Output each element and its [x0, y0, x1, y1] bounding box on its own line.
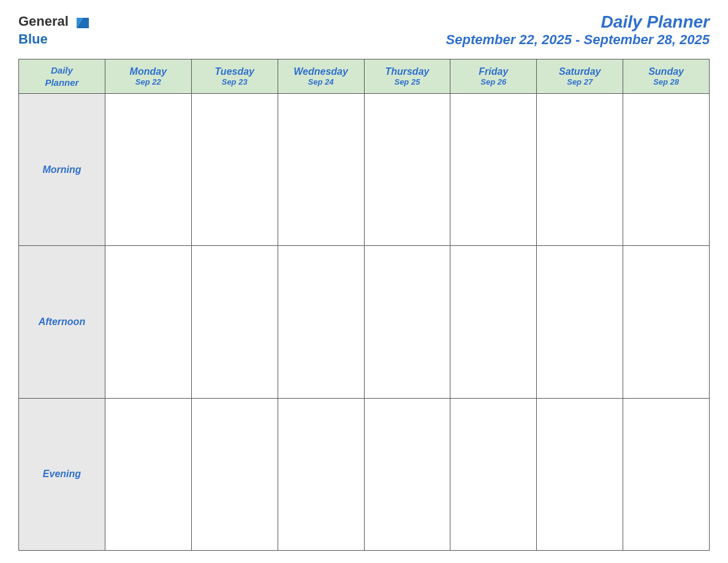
col-header-tuesday: Tuesday Sep 23: [191, 59, 278, 94]
header: General Blue Daily Planner September 22,…: [18, 12, 710, 48]
day-name-thursday: Thursday: [367, 66, 448, 77]
day-date-wednesday: Sep 24: [281, 77, 362, 86]
day-date-sunday: Sep 28: [626, 77, 707, 86]
day-name-wednesday: Wednesday: [281, 66, 362, 77]
cell-evening-friday[interactable]: [450, 398, 537, 550]
col-header-monday: Monday Sep 22: [105, 59, 191, 94]
logo-blue: Blue: [18, 31, 48, 47]
logo: General Blue: [18, 13, 93, 47]
day-date-thursday: Sep 25: [367, 77, 448, 86]
cell-afternoon-thursday[interactable]: [364, 246, 450, 398]
day-date-saturday: Sep 27: [539, 77, 620, 86]
cell-afternoon-friday[interactable]: [450, 246, 537, 398]
row-afternoon: Afternoon: [19, 246, 710, 398]
cell-morning-friday[interactable]: [450, 94, 537, 246]
col-header-sunday: Sunday Sep 28: [623, 59, 710, 94]
cell-afternoon-tuesday[interactable]: [191, 246, 278, 398]
logo-general: General: [18, 13, 69, 29]
day-name-friday: Friday: [453, 66, 534, 77]
cell-morning-wednesday[interactable]: [278, 94, 364, 246]
day-date-friday: Sep 26: [453, 77, 534, 86]
cell-evening-sunday[interactable]: [623, 398, 710, 550]
row-evening: Evening: [19, 398, 710, 550]
cell-morning-monday[interactable]: [105, 94, 191, 246]
col-header-thursday: Thursday Sep 25: [364, 59, 450, 94]
cell-morning-saturday[interactable]: [537, 94, 623, 246]
cell-afternoon-saturday[interactable]: [537, 246, 623, 398]
planner-table: DailyPlanner Monday Sep 22 Tuesday Sep 2…: [18, 59, 710, 551]
title-block: Daily Planner September 22, 2025 - Septe…: [446, 12, 710, 48]
cell-evening-wednesday[interactable]: [278, 398, 364, 550]
cell-morning-sunday[interactable]: [623, 94, 710, 246]
day-date-monday: Sep 22: [108, 77, 189, 86]
table-header-label: DailyPlanner: [19, 59, 105, 94]
cell-evening-thursday[interactable]: [364, 398, 450, 550]
cell-evening-saturday[interactable]: [537, 398, 623, 550]
day-name-tuesday: Tuesday: [194, 66, 275, 77]
page-subtitle: September 22, 2025 - September 28, 2025: [446, 32, 710, 48]
cell-morning-tuesday[interactable]: [191, 94, 278, 246]
day-name-sunday: Sunday: [626, 66, 707, 77]
page-title: Daily Planner: [446, 12, 710, 32]
day-name-saturday: Saturday: [539, 66, 620, 77]
cell-evening-monday[interactable]: [105, 398, 191, 550]
day-date-tuesday: Sep 23: [194, 77, 275, 86]
label-evening: Evening: [19, 398, 105, 550]
day-name-monday: Monday: [108, 66, 189, 77]
label-afternoon: Afternoon: [19, 246, 105, 398]
cell-afternoon-wednesday[interactable]: [278, 246, 364, 398]
cell-afternoon-monday[interactable]: [105, 246, 191, 398]
cell-evening-tuesday[interactable]: [191, 398, 278, 550]
cell-morning-thursday[interactable]: [364, 94, 450, 246]
col-header-friday: Friday Sep 26: [450, 59, 537, 94]
page: General Blue Daily Planner September 22,…: [0, 0, 728, 563]
logo-icon: [74, 13, 92, 31]
cell-afternoon-sunday[interactable]: [623, 246, 710, 398]
row-morning: Morning: [19, 94, 710, 246]
label-morning: Morning: [19, 94, 105, 246]
col-header-wednesday: Wednesday Sep 24: [278, 59, 364, 94]
col-header-saturday: Saturday Sep 27: [537, 59, 623, 94]
